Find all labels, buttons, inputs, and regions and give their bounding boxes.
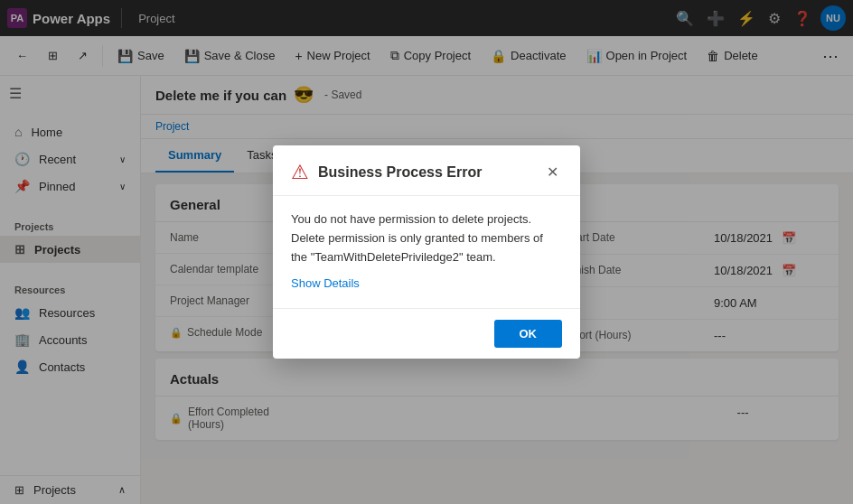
modal-overlay: ⚠ Business Process Error ✕ You do not ha… — [0, 0, 853, 504]
ok-button[interactable]: OK — [494, 320, 563, 348]
modal-title: Business Process Error — [318, 164, 534, 181]
show-details-link[interactable]: Show Details — [291, 275, 360, 294]
modal-close-button[interactable]: ✕ — [543, 160, 562, 184]
modal: ⚠ Business Process Error ✕ You do not ha… — [273, 145, 580, 358]
modal-header: ⚠ Business Process Error ✕ — [273, 145, 580, 196]
modal-body-text: You do not have permission to delete pro… — [291, 212, 543, 264]
modal-body: You do not have permission to delete pro… — [273, 196, 580, 307]
modal-warning-icon: ⚠ — [291, 161, 309, 184]
modal-footer: OK — [273, 308, 580, 359]
